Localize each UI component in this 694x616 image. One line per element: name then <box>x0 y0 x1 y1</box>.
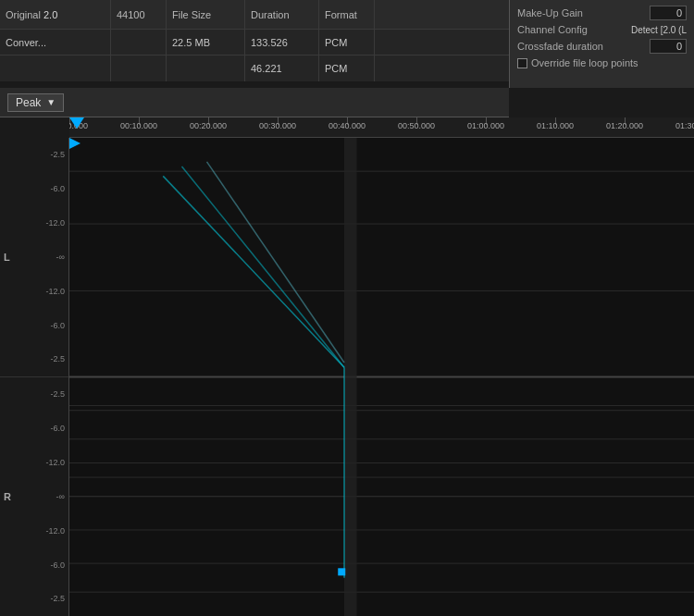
file1-name: Conver... <box>0 30 111 55</box>
file1-duration: 133.526 <box>245 30 319 55</box>
y-axis: L -2.5 -6.0 -12.0 -∞ -12.0 -6.0 -2.5 R -… <box>0 138 69 616</box>
override-loop-checkbox[interactable] <box>517 58 527 68</box>
y-section-R: R -2.5 -6.0 -12.0 -∞ -12.0 -6.0 -2.5 <box>0 377 68 616</box>
crossfade-value: 0 <box>650 39 687 54</box>
ruler-label-7: 01:10.000 <box>537 121 574 130</box>
col-duration-label: Duration <box>245 0 319 29</box>
ruler-label-2: 00:20.000 <box>190 121 227 130</box>
channel-config-label: Channel Config <box>517 24 588 35</box>
makeup-gain-row: Make-Up Gain 0 <box>517 6 687 20</box>
col-format-label: Format <box>319 0 375 29</box>
channel-R-label: R <box>4 491 11 502</box>
channel-L-label: L <box>4 252 10 263</box>
waveform-area: L -2.5 -6.0 -12.0 -∞ -12.0 -6.0 -2.5 R -… <box>0 138 694 616</box>
file2-duration: 46.221 <box>245 55 319 81</box>
crossfade-line-2 <box>182 166 345 367</box>
chevron-down-icon: ▼ <box>46 97 56 107</box>
makeup-gain-label: Make-Up Gain <box>517 7 583 18</box>
ruler-label-8: 01:20.000 <box>606 121 643 130</box>
makeup-gain-value: 0 <box>650 6 687 20</box>
ruler-label-4: 00:40.000 <box>328 121 366 130</box>
playhead-arrow <box>69 138 81 149</box>
crossfade-row: Crossfade duration 0 <box>517 39 687 54</box>
channel-config-value: Detect [2.0 (L <box>631 25 687 35</box>
col-original: Original 2.0 <box>0 0 111 29</box>
y-label-L-2: -6.0 <box>50 184 65 193</box>
y-label-R-4: -∞ <box>56 492 65 501</box>
override-loop-row[interactable]: Override file loop points <box>517 57 687 68</box>
crossfade-endpoint <box>338 568 345 575</box>
y-label-R-2: -6.0 <box>50 424 65 433</box>
y-label-R-1: -2.5 <box>50 389 65 399</box>
file1-samplerate <box>111 30 167 55</box>
channel-config-row: Channel Config Detect [2.0 (L <box>517 24 687 35</box>
waveform-svg <box>69 138 694 616</box>
timeline-ruler: 00:00.00000:10.00000:20.00000:30.00000:4… <box>69 117 694 138</box>
override-loop-label: Override file loop points <box>531 57 638 68</box>
waveform-canvas <box>69 138 694 616</box>
crossfade-line-1 <box>163 176 344 367</box>
peak-row: Peak ▼ <box>0 88 509 117</box>
ruler-label-6: 01:00.000 <box>467 121 504 130</box>
file2-size <box>167 55 245 81</box>
ruler-inner: 00:00.00000:10.00000:20.00000:30.00000:4… <box>69 117 694 137</box>
ruler-label-5: 00:50.000 <box>398 121 435 130</box>
playhead[interactable] <box>69 117 84 129</box>
y-label-L-4: -∞ <box>56 253 65 262</box>
y-label-L-5: -12.0 <box>45 287 65 296</box>
y-label-L-3: -12.0 <box>45 218 65 228</box>
y-label-R-3: -12.0 <box>45 458 65 467</box>
y-label-R-7: -2.5 <box>50 594 65 603</box>
col-samplerate: 44100 <box>111 0 167 29</box>
peak-label: Peak <box>16 96 41 109</box>
file2-name <box>0 55 111 81</box>
ruler-label-9: 01:30.000 <box>675 121 694 130</box>
file2-samplerate <box>111 55 167 81</box>
file1-size: 22.5 MB <box>167 30 245 55</box>
crossfade-label: Crossfade duration <box>517 41 603 52</box>
svg-rect-15 <box>344 138 357 616</box>
crossfade-line-3 <box>207 162 345 363</box>
y-section-L: L -2.5 -6.0 -12.0 -∞ -12.0 -6.0 -2.5 <box>0 138 68 377</box>
peak-dropdown[interactable]: Peak ▼ <box>7 93 64 112</box>
file2-format: PCM <box>319 55 375 81</box>
ruler-label-1: 00:10.000 <box>120 121 157 130</box>
y-label-L-6: -6.0 <box>50 321 65 330</box>
ruler-label-3: 00:30.000 <box>259 121 296 130</box>
y-label-R-5: -12.0 <box>45 526 65 536</box>
y-label-L-7: -2.5 <box>50 354 65 363</box>
col-filesize-label: File Size <box>167 0 245 29</box>
file1-format: PCM <box>319 30 375 55</box>
y-label-R-6: -6.0 <box>50 561 65 570</box>
y-label-L-1: -2.5 <box>50 150 65 159</box>
right-panel: Make-Up Gain 0 Channel Config Detect [2.… <box>509 0 694 88</box>
